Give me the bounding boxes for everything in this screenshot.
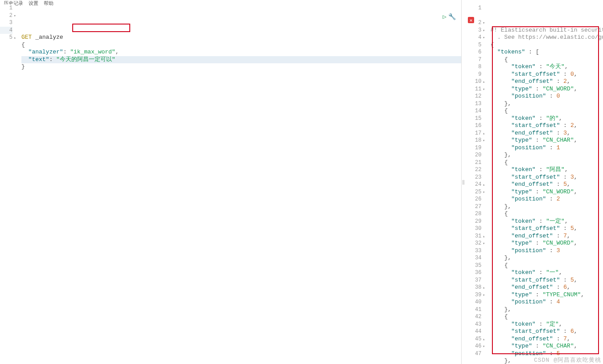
line-gutter-right: 1234567891011121314151617181920212223242… (465, 4, 484, 364)
line-gutter-left: 12345 (0, 4, 15, 364)
response-pane: ✕ 12345678910111213141516171819202122232… (465, 0, 603, 364)
request-editor[interactable]: 12345 ▷ 🔧 GET _analyze{ "analyzer": "ik_… (0, 4, 461, 364)
toolbar-item[interactable]: 帮助 (44, 0, 54, 4)
toolbar: 历史记录 设置 帮助 (0, 0, 461, 4)
request-code[interactable]: ▷ 🔧 GET _analyze{ "analyzer": "ik_max_wo… (15, 4, 461, 364)
request-editor-pane: 历史记录 设置 帮助 12345 ▷ 🔧 GET _analyze{ "anal… (0, 0, 462, 364)
request-actions: ▷ 🔧 (443, 13, 456, 21)
settings-icon[interactable]: 🔧 (448, 13, 456, 21)
run-icon[interactable]: ▷ (443, 13, 446, 21)
toolbar-item[interactable]: 历史记录 (4, 0, 23, 4)
response-code[interactable]: #! Elasticsearch built-in securit . See … (484, 4, 603, 364)
pane-splitter[interactable]: ‖ (462, 0, 465, 364)
response-editor: ✕ 12345678910111213141516171819202122232… (465, 4, 603, 364)
highlight-analyzer-value (72, 24, 130, 32)
toolbar-item[interactable]: 设置 (29, 0, 38, 4)
error-icon: ✕ (468, 17, 474, 23)
